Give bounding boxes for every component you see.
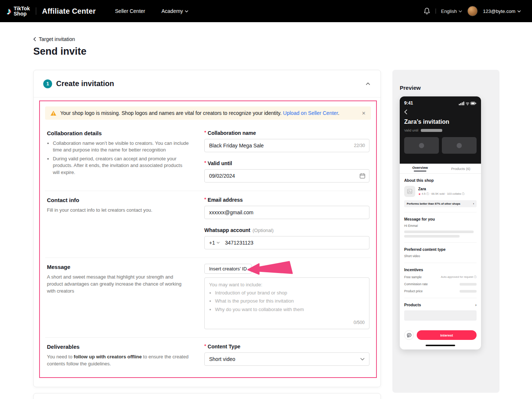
top-navbar: ♪ TikTok Shop Affiliate Center Seller Ce…: [0, 0, 532, 22]
about-shop-title: About this shop: [404, 178, 477, 183]
content-type-title: Preferred content type: [404, 247, 477, 252]
about-shop-section: About this shop Zara ★ 4.5 ⓘ · 66.5K sol…: [404, 174, 477, 212]
section-bullets: Collaboration name won’t be visible to c…: [53, 140, 190, 176]
logo-text: TikTok Shop: [14, 6, 30, 17]
content-type-value: Short video: [404, 254, 477, 258]
tiktok-note-icon: ♪: [7, 6, 11, 16]
step-badge: 1: [43, 79, 52, 88]
whatsapp-country-select[interactable]: +1: [209, 240, 220, 246]
warning-icon: [50, 110, 57, 116]
preferred-content-type-section: Preferred content type Short video: [404, 243, 477, 263]
collapse-chevron-icon[interactable]: [365, 81, 371, 87]
create-invitation-card: 1 Create invitation Your shop logo is mi…: [33, 70, 381, 387]
phone-header: 9:41: [400, 96, 481, 164]
whatsapp-input[interactable]: +1 3471231123: [204, 236, 369, 249]
account-menu[interactable]: 123@byte.com: [483, 8, 521, 14]
phone-back-icon: [404, 109, 477, 115]
primary-nav: Seller Center Academy: [115, 8, 188, 14]
whatsapp-phone-value: 3471231123: [225, 240, 253, 246]
chevron-left-icon: [33, 37, 36, 41]
chevron-down-icon: [458, 10, 462, 13]
collaboration-name-input[interactable]: [204, 139, 369, 152]
page-title: Send invite: [33, 45, 532, 58]
placeholder-intro: You may want to include:: [209, 282, 365, 288]
required-marker: *: [204, 197, 206, 202]
placeholder-circle: [457, 143, 462, 148]
chevron-down-icon: [517, 10, 521, 13]
tab-overview: Overview: [400, 164, 440, 173]
card-header: 1 Create invitation: [34, 70, 381, 98]
contact-info-section: Contact info Fill in your contact info t…: [45, 191, 371, 258]
incentive-row: Product price: [404, 289, 477, 293]
field-label: * Content Type: [204, 344, 369, 349]
warning-close-icon[interactable]: ✕: [362, 110, 366, 116]
chevron-down-icon: [360, 358, 365, 361]
next-section-card: [33, 393, 381, 399]
incentives-title: Incentives: [404, 267, 477, 272]
insert-creators-id-button[interactable]: Insert creators’ ID: [204, 264, 252, 274]
message-textarea[interactable]: You may want to include: Introduction of…: [204, 277, 369, 329]
shop-name: Zara: [418, 187, 464, 191]
chevron-right-icon: ›: [475, 303, 477, 307]
language-selector[interactable]: English: [441, 8, 463, 14]
placeholder-bar: [404, 235, 460, 238]
preview-panel: Preview 9:41: [392, 70, 499, 393]
product-tile: [442, 137, 477, 154]
placeholder-bar: [404, 231, 474, 233]
phone-mockup: 9:41: [400, 96, 481, 349]
field-label: * Collaboration name: [204, 130, 369, 136]
back-link[interactable]: Target invitation: [33, 36, 75, 42]
placeholder-bullets: Introduction of your brand or shop What …: [215, 290, 365, 313]
placeholder-bar: [460, 290, 477, 293]
warning-banner: Your shop logo is missing. Shop logos an…: [45, 106, 371, 120]
nav-academy[interactable]: Academy: [161, 8, 188, 14]
nav-seller-center[interactable]: Seller Center: [115, 8, 145, 14]
products-title: Products: [404, 303, 421, 307]
content-type-select[interactable]: Short video: [204, 352, 369, 366]
section-title: Collaboration details: [47, 130, 190, 136]
valid-until-input[interactable]: [204, 169, 369, 183]
star-icon: ★: [418, 192, 421, 196]
field-label: * Valid until: [204, 160, 369, 166]
warning-text: Your shop logo is missing. Shop logos an…: [60, 110, 340, 116]
section-description: A short and sweet message that highlight…: [47, 274, 190, 295]
message-counter: 0/500: [354, 320, 365, 326]
collaboration-details-section: Collaboration details Collaboration name…: [45, 124, 371, 191]
chevron-down-icon: [185, 10, 188, 13]
shop-rating: ★ 4.5 ⓘ · 66.5K sold · 103 collabs ⓘ: [418, 192, 464, 196]
email-input[interactable]: [204, 206, 369, 219]
status-time: 9:41: [404, 100, 413, 106]
affiliate-center-title: Affiliate Center: [42, 7, 96, 16]
message-for-you-section: Message for you Hi Emma!: [404, 212, 477, 243]
notification-bell-icon[interactable]: [423, 7, 430, 15]
shop-avatar: [404, 186, 415, 197]
section-description: Fill in your contact info to let creator…: [47, 207, 190, 214]
required-marker: *: [204, 160, 206, 166]
message-section: Message A short and sweet message that h…: [45, 258, 371, 338]
warning-link[interactable]: Upload on Seller Center: [283, 110, 338, 116]
calendar-icon[interactable]: [359, 173, 365, 179]
section-description: You need to follow up with creators offl…: [47, 354, 190, 368]
product-tile: [404, 137, 439, 154]
tiktok-shop-logo[interactable]: ♪ TikTok Shop: [7, 6, 30, 17]
card-title: Create invitation: [56, 79, 114, 88]
annotation-arrow: [247, 260, 294, 278]
greeting-text: Hi Emma!: [404, 224, 477, 228]
image-icon: [407, 189, 412, 194]
user-avatar[interactable]: [467, 6, 478, 16]
nav-divider: [36, 7, 36, 15]
field-label: * Email address: [204, 197, 369, 203]
placeholder-block: [404, 310, 477, 321]
section-title: Deliverables: [47, 344, 190, 350]
incentive-row: Commission rate: [404, 282, 477, 286]
tab-products: Products (6): [440, 164, 481, 173]
name-counter: 22/30: [354, 143, 365, 148]
placeholder-bar: [421, 129, 442, 132]
invitation-title: Zara’s invitation: [404, 119, 477, 125]
chevron-down-icon: [216, 242, 220, 244]
placeholder-circle: [419, 143, 424, 148]
status-icons: [459, 101, 477, 105]
valid-until-label: Valid until: [404, 129, 418, 132]
incentive-row: Free sample Auto-approved for request ⓘ: [404, 275, 477, 279]
home-indicator: [426, 345, 455, 346]
